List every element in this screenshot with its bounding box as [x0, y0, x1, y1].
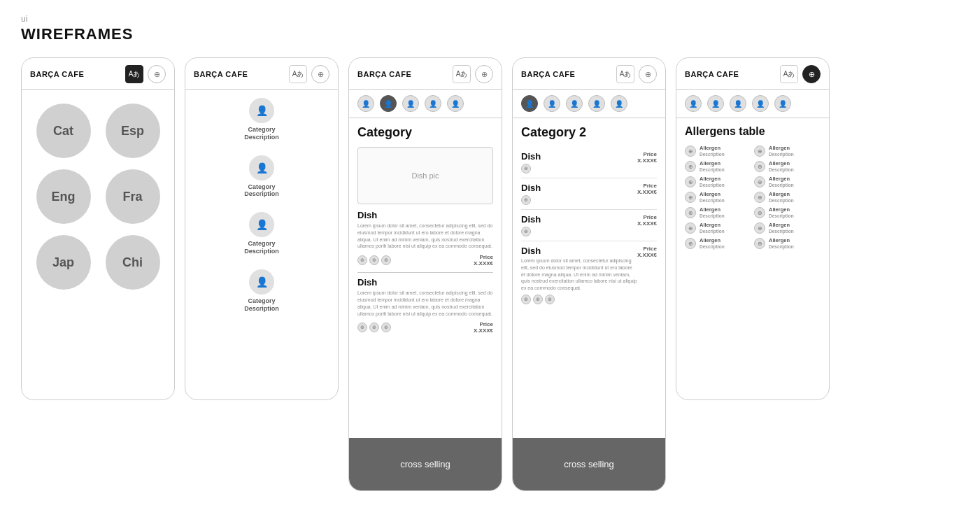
- cat-avatar-3: 👤: [249, 212, 274, 237]
- cross-selling-3: cross selling: [349, 438, 502, 490]
- allergen-text-1: AllergenDescription: [700, 145, 725, 157]
- dish-row-price-4-4: PriceX.XXX€: [637, 246, 657, 258]
- nav-circle-5-5[interactable]: 👤: [774, 95, 791, 112]
- nav-circle-4-4[interactable]: 👤: [588, 95, 605, 112]
- allergen-4-4-3: ⊕: [545, 295, 555, 304]
- dish-row-name-4-1: Dish: [521, 151, 541, 162]
- allergen-icon-6: ⊕: [381, 323, 391, 332]
- dish-row-name-4-4: Dish: [521, 246, 637, 256]
- lang-fra[interactable]: Fra: [106, 169, 160, 224]
- brand-1: BARÇA CAFE: [30, 70, 84, 78]
- allergen-sm-icon-11: ⊕: [685, 222, 696, 234]
- cat-label-3: CategoryDescription: [244, 240, 279, 255]
- allergen-4-4-2: ⊕: [533, 295, 543, 304]
- cat-avatar-4: 👤: [249, 269, 274, 295]
- allergen-sm-icon-14: ⊕: [754, 238, 765, 249]
- category-item-1[interactable]: 👤 CategoryDescription: [195, 98, 328, 141]
- nav-circle-5-4[interactable]: 👤: [752, 95, 769, 112]
- phone-language: BARÇA CAFE Aあ ⊕ Cat Esp Eng Fra Jap Chi: [21, 57, 175, 400]
- allergen-row-3: ⊕ AllergenDescription: [685, 160, 751, 173]
- nav-circle-4-5[interactable]: 👤: [611, 95, 627, 112]
- lang-cat[interactable]: Cat: [36, 104, 91, 158]
- allergen-4-3-1: ⊕: [521, 227, 531, 236]
- dish-price-3-1: PriceX.XXX€: [474, 254, 493, 267]
- allergen-icon-4: ⊕: [357, 323, 367, 332]
- translate-icon-1: Aあ: [125, 65, 143, 83]
- dish-allergens-3-2: ⊕ ⊕ ⊕: [357, 323, 391, 332]
- nav-circle-1[interactable]: 👤: [357, 95, 374, 112]
- allergen-4-4-1: ⊕: [521, 295, 531, 304]
- food-icon-2: ⊕: [311, 65, 329, 83]
- lang-chi[interactable]: Chi: [106, 235, 160, 290]
- cat-label-2: CategoryDescription: [244, 183, 279, 199]
- allergen-text-11: AllergenDescription: [700, 222, 725, 234]
- dish-row-4-3: Dish ⊕ PriceX.XXX€: [521, 210, 657, 241]
- allergen-row-1: ⊕ AllergenDescription: [685, 145, 751, 157]
- header-1: BARÇA CAFE Aあ ⊕: [22, 58, 174, 90]
- lang-esp[interactable]: Esp: [106, 104, 160, 158]
- category-item-3[interactable]: 👤 CategoryDescription: [195, 212, 328, 255]
- nav-circles-5: 👤 👤 👤 👤 👤: [676, 90, 829, 118]
- dish-row-4-4: Dish Lorem ipsum dolor sit amet, consect…: [521, 241, 657, 309]
- translate-icon-4: Aあ: [616, 65, 634, 83]
- dish-row-4-1: Dish ⊕ PriceX.XXX€: [521, 147, 657, 178]
- page-subtitle: ui: [21, 14, 959, 24]
- header-2: BARÇA CAFE Aあ ⊕: [185, 58, 338, 90]
- allergen-sm-icon-5: ⊕: [685, 176, 696, 187]
- dish-row-allergens-4-1: ⊕: [521, 164, 541, 174]
- phone4-content: Category 2 Dish ⊕ PriceX.XXX€ Dish ⊕: [513, 118, 665, 438]
- page-header: ui WIREFRAMES: [21, 14, 959, 43]
- nav-circle-4-3[interactable]: 👤: [566, 95, 583, 112]
- brand-2: BARÇA CAFE: [194, 70, 248, 78]
- food-icon-1: ⊕: [148, 65, 166, 83]
- dish-row-price-4-3: PriceX.XXX€: [637, 214, 657, 227]
- header-4: BARÇA CAFE Aあ ⊕: [513, 58, 665, 90]
- header-icons-4: Aあ ⊕: [616, 65, 657, 83]
- allergen-4-1-1: ⊕: [521, 164, 531, 174]
- phone-category-list: BARÇA CAFE Aあ ⊕ 👤 CategoryDescription 👤 …: [185, 57, 339, 400]
- allergen-sm-icon-9: ⊕: [685, 207, 696, 218]
- dish-row-4-2: Dish ⊕ PriceX.XXX€: [521, 178, 657, 210]
- allergen-row-5: ⊕ AllergenDescription: [685, 176, 751, 188]
- allergen-icon-5: ⊕: [369, 323, 379, 332]
- nav-circle-4[interactable]: 👤: [425, 95, 441, 112]
- nav-circle-2[interactable]: 👤: [380, 95, 397, 112]
- allergen-text-12: AllergenDescription: [769, 222, 794, 234]
- allergen-row-4: ⊕ AllergenDescription: [754, 160, 821, 173]
- nav-circle-5-3[interactable]: 👤: [730, 95, 746, 112]
- allergen-row-7: ⊕ AllergenDescription: [685, 191, 751, 204]
- allergen-text-2: AllergenDescription: [769, 145, 794, 157]
- food-icon-5: ⊕: [802, 65, 821, 83]
- dish-row-allergens-4-3: ⊕: [521, 227, 541, 236]
- allergen-text-3: AllergenDescription: [700, 160, 725, 173]
- dish-row-name-4-2: Dish: [521, 183, 541, 193]
- category-item-2[interactable]: 👤 CategoryDescription: [195, 155, 328, 199]
- page-title: WIREFRAMES: [21, 25, 959, 43]
- nav-circle-3[interactable]: 👤: [402, 95, 419, 112]
- nav-circle-4-2[interactable]: 👤: [544, 95, 560, 112]
- nav-circle-4-1[interactable]: 👤: [521, 95, 538, 112]
- category-item-4[interactable]: 👤 CategoryDescription: [195, 269, 328, 313]
- nav-circles-3: 👤 👤 👤 👤 👤: [349, 90, 502, 118]
- nav-circle-5-1[interactable]: 👤: [685, 95, 702, 112]
- category-title-3: Category: [357, 125, 493, 140]
- language-grid: Cat Esp Eng Fra Jap Chi: [22, 90, 174, 304]
- brand-5: BARÇA CAFE: [685, 70, 739, 78]
- allergens-grid: ⊕ AllergenDescription ⊕ AllergenDescript…: [676, 142, 829, 258]
- allergen-sm-icon-8: ⊕: [754, 192, 765, 203]
- nav-circle-5-2[interactable]: 👤: [707, 95, 724, 112]
- allergen-icon-3: ⊕: [381, 255, 391, 265]
- lang-jap[interactable]: Jap: [36, 235, 91, 290]
- dish-footer-3-1: ⊕ ⊕ ⊕ PriceX.XXX€: [357, 254, 493, 267]
- dish-price-3-2: PriceX.XXX€: [474, 321, 493, 334]
- allergen-row-9: ⊕ AllergenDescription: [685, 206, 751, 219]
- allergen-icon-2: ⊕: [369, 255, 379, 265]
- dish-desc-3-1: Lorem ipsum dolor sit amet, consectetur …: [357, 222, 493, 250]
- cat-label-1: CategoryDescription: [244, 126, 279, 141]
- cat-avatar-1: 👤: [249, 98, 274, 123]
- nav-circle-5[interactable]: 👤: [447, 95, 464, 112]
- header-3: BARÇA CAFE Aあ ⊕: [349, 58, 502, 90]
- translate-icon-5: Aあ: [780, 65, 798, 83]
- dish-name-3-1: Dish: [357, 210, 493, 220]
- lang-eng[interactable]: Eng: [36, 169, 91, 224]
